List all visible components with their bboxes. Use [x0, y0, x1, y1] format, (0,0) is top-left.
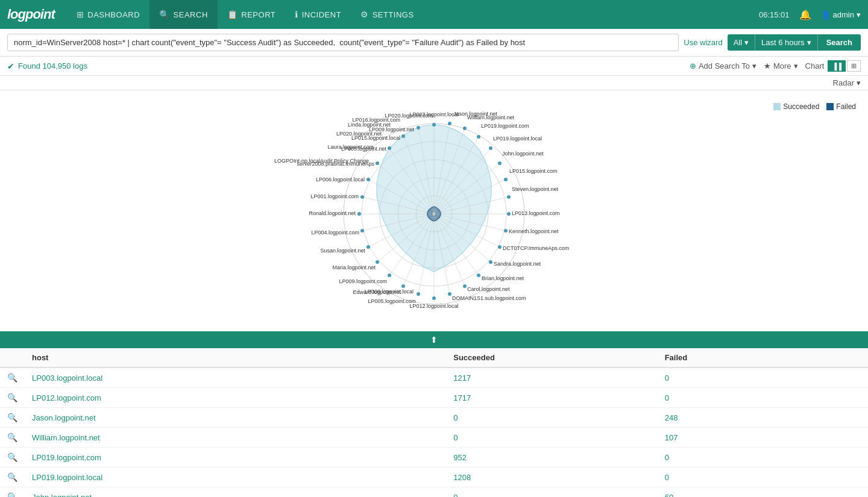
- host-link[interactable]: John.logpoint.net: [32, 493, 92, 498]
- host-link[interactable]: LP012.logpoint.com: [32, 393, 101, 402]
- svg-point-47: [504, 229, 508, 233]
- dashboard-icon: ⊞: [77, 10, 84, 19]
- search-button[interactable]: Search: [817, 34, 861, 51]
- more-button[interactable]: ★ More ▾: [764, 61, 798, 70]
- use-wizard-button[interactable]: Use wizard: [684, 38, 722, 47]
- svg-text:Ronald.logpoint.net: Ronald.logpoint.net: [309, 210, 356, 216]
- host-link[interactable]: William.logpoint.net: [32, 433, 100, 442]
- svg-point-48: [498, 245, 502, 249]
- time-range-button[interactable]: Last 6 hours ▾: [755, 34, 817, 51]
- svg-point-43: [498, 161, 502, 165]
- chart-legend: Succeeded Failed: [773, 102, 856, 111]
- svg-point-63: [376, 161, 379, 165]
- add-search-button[interactable]: ⊕ Add Search To ▾: [690, 61, 756, 70]
- nav-dashboard[interactable]: ⊞ DASHBOARD: [67, 0, 149, 29]
- svg-text:LP009.logpoint.local: LP009.logpoint.local: [365, 289, 414, 295]
- svg-point-40: [463, 127, 467, 130]
- settings-icon: ⚙: [360, 10, 369, 19]
- svg-text:LP012.logpoint.local: LP012.logpoint.local: [409, 303, 458, 309]
- svg-text:LP019.logpoint.local: LP019.logpoint.local: [493, 136, 542, 142]
- results-table: host Succeeded Failed 🔍LP003.logpoint.lo…: [0, 348, 868, 497]
- chart-area: Succeeded Failed // generate axes via JS…: [0, 90, 868, 331]
- svg-text:LP006.logpoint.local: LP006.logpoint.local: [316, 177, 365, 183]
- svg-point-58: [366, 245, 370, 249]
- row-search-icon[interactable]: 🔍: [7, 492, 17, 497]
- svg-text:Steven.logpoint.net: Steven.logpoint.net: [512, 186, 559, 192]
- user-menu[interactable]: 👤 admin ▾: [821, 10, 861, 19]
- chart-view-bar-button[interactable]: ▐▐: [828, 60, 846, 72]
- svg-text:Susan.logpoint.net: Susan.logpoint.net: [320, 248, 365, 254]
- svg-text:LP005.logpoint.com: LP005.logpoint.com: [368, 298, 416, 304]
- svg-text:William.logpoint.net: William.logpoint.net: [467, 114, 515, 120]
- host-link[interactable]: LP019.logpoint.local: [32, 473, 102, 482]
- svg-text:LOGPOInt-np.localAudit Policy : LOGPOInt-np.localAudit Policy Change: [274, 158, 369, 164]
- table-row: 🔍John.logpoint.net060: [0, 487, 868, 498]
- table-row: 🔍Jason.logpoint.net0248: [0, 408, 868, 428]
- radar-type-button[interactable]: Radar ▾: [833, 78, 861, 87]
- svg-text:Laura.logpoint.com: Laura.logpoint.com: [327, 144, 374, 150]
- radar-svg: // generate axes via JS below: [223, 102, 645, 319]
- row-search-icon[interactable]: 🔍: [7, 393, 17, 402]
- host-link[interactable]: Jason.logpoint.net: [32, 413, 96, 422]
- svg-text:Sandra.logpoint.net: Sandra.logpoint.net: [494, 261, 541, 267]
- svg-point-54: [417, 292, 420, 296]
- search-input[interactable]: [7, 34, 679, 51]
- host-link[interactable]: LP003.logpoint.local: [32, 374, 102, 383]
- table-area: host Succeeded Failed 🔍LP003.logpoint.lo…: [0, 348, 868, 497]
- svg-point-39: [448, 122, 451, 125]
- row-search-icon[interactable]: 🔍: [7, 413, 17, 422]
- svg-point-56: [388, 274, 391, 277]
- svg-point-50: [477, 274, 480, 277]
- svg-text:Linda.logpoint.net: Linda.logpoint.net: [348, 122, 391, 128]
- cell-failed: 0: [658, 467, 868, 487]
- nav-settings[interactable]: ⚙ SETTINGS: [351, 0, 424, 29]
- cell-succeeded: 0: [446, 408, 657, 428]
- table-row: 🔍LP012.logpoint.com17170: [0, 388, 868, 408]
- cell-failed: 60: [658, 487, 868, 498]
- cell-succeeded: 0: [446, 487, 657, 498]
- col-header-failed: Failed: [658, 348, 868, 367]
- row-search-icon[interactable]: 🔍: [7, 452, 17, 462]
- svg-text:LP019.logpoint.com: LP019.logpoint.com: [481, 123, 529, 129]
- svg-point-41: [477, 135, 480, 139]
- svg-text:LP020.logpoint.net: LP020.logpoint.net: [336, 131, 382, 137]
- succeeded-color-swatch: [773, 103, 781, 110]
- legend-failed: Failed: [826, 102, 856, 111]
- row-search-icon[interactable]: 🔍: [7, 472, 17, 482]
- col-header-actions: [0, 348, 25, 367]
- collapse-bar[interactable]: ⬆: [0, 331, 868, 348]
- search-nav-icon: 🔍: [159, 10, 170, 19]
- table-row: 🔍LP019.logpoint.local12080: [0, 467, 868, 487]
- cell-succeeded: 1208: [446, 467, 657, 487]
- chart-type-row: Radar ▾: [0, 76, 868, 90]
- bell-icon[interactable]: 🔔: [799, 9, 811, 20]
- chevron-down-icon: ▾: [807, 38, 811, 47]
- host-link[interactable]: LP019.logpoint.com: [32, 453, 101, 462]
- results-actions: ⊕ Add Search To ▾ ★ More ▾ Chart ▐▐ ⊞: [690, 60, 861, 72]
- chevron-down-icon: ▾: [744, 38, 749, 47]
- failed-color-swatch: [826, 103, 834, 110]
- svg-point-62: [366, 178, 370, 181]
- cell-succeeded: 952: [446, 448, 657, 467]
- svg-text:Kenneth.logpoint.net: Kenneth.logpoint.net: [509, 228, 559, 234]
- chart-view-grid-button[interactable]: ⊞: [847, 60, 861, 72]
- user-icon: 👤: [821, 10, 831, 19]
- svg-text:LP009.logpoint.com: LP009.logpoint.com: [339, 278, 387, 284]
- row-search-icon[interactable]: 🔍: [7, 433, 17, 442]
- nav-search[interactable]: 🔍 SEARCH: [149, 0, 218, 29]
- all-button[interactable]: All ▾: [728, 34, 755, 51]
- nav-incident[interactable]: ℹ INCIDENT: [285, 0, 351, 29]
- svg-point-57: [376, 260, 379, 264]
- nav-report[interactable]: 📋 REPORT: [218, 0, 285, 29]
- collapse-icon: ⬆: [430, 335, 438, 345]
- svg-text:Brian.logpoint.net: Brian.logpoint.net: [482, 275, 524, 281]
- svg-point-44: [504, 178, 508, 181]
- row-search-icon[interactable]: 🔍: [7, 373, 17, 383]
- svg-point-52: [448, 292, 451, 296]
- svg-point-53: [432, 296, 436, 300]
- chevron-down-icon: ▾: [752, 61, 756, 70]
- cell-failed: 0: [658, 388, 868, 408]
- svg-point-64: [388, 146, 391, 150]
- svg-point-59: [360, 229, 364, 233]
- chevron-down-icon: ▾: [794, 61, 798, 70]
